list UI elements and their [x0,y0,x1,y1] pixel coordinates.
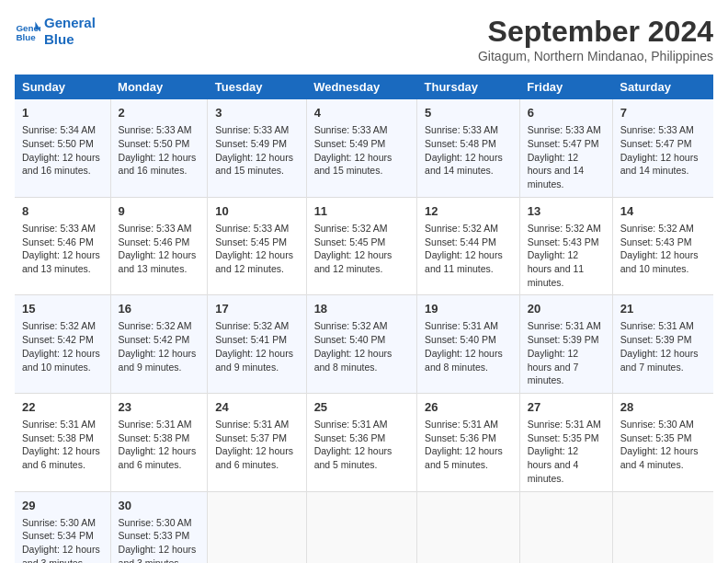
day-number: 23 [119,399,200,416]
col-header-friday: Friday [519,75,612,99]
daylight-label: Daylight: 12 hours and 10 minutes. [22,348,100,373]
sunrise-label: Sunrise: 5:33 AM [119,124,192,135]
col-header-monday: Monday [110,75,208,99]
day-cell: 2Sunrise: 5:33 AMSunset: 5:50 PMDaylight… [110,99,208,197]
day-cell: 12Sunrise: 5:32 AMSunset: 5:44 PMDayligh… [417,197,520,295]
logo-line2: Blue [44,31,96,48]
sunrise-label: Sunrise: 5:31 AM [528,419,601,430]
day-number: 19 [425,301,512,317]
day-number: 2 [119,105,200,121]
daylight-label: Daylight: 12 hours and 9 minutes. [119,348,197,373]
day-number: 25 [314,399,409,416]
day-cell [306,491,416,563]
sunrise-label: Sunrise: 5:32 AM [528,223,601,234]
day-number: 29 [22,498,103,514]
sunset-label: Sunset: 5:33 PM [119,530,190,541]
col-header-wednesday: Wednesday [306,75,416,99]
sunrise-label: Sunrise: 5:33 AM [528,124,601,135]
sunset-label: Sunset: 5:48 PM [425,138,496,149]
sunrise-label: Sunrise: 5:32 AM [620,223,694,234]
day-cell: 15Sunrise: 5:32 AMSunset: 5:42 PMDayligh… [15,295,110,394]
day-number: 13 [528,203,605,220]
sunset-label: Sunset: 5:39 PM [620,334,692,345]
sunset-label: Sunset: 5:39 PM [528,334,599,345]
daylight-label: Daylight: 12 hours and 8 minutes. [425,348,503,373]
daylight-label: Daylight: 12 hours and 14 minutes. [620,152,699,177]
day-number: 14 [620,203,706,220]
logo-icon: General Blue [15,18,40,44]
daylight-label: Daylight: 12 hours and 13 minutes. [22,249,100,274]
calendar-table: SundayMondayTuesdayWednesdayThursdayFrid… [15,75,713,563]
daylight-label: Daylight: 12 hours and 15 minutes. [215,152,293,177]
day-number: 28 [620,399,706,416]
day-cell: 20Sunrise: 5:31 AMSunset: 5:39 PMDayligh… [519,295,612,394]
sunrise-label: Sunrise: 5:32 AM [314,223,388,234]
day-cell: 6Sunrise: 5:33 AMSunset: 5:47 PMDaylight… [519,99,612,197]
sunset-label: Sunset: 5:50 PM [22,138,94,149]
subtitle: Gitagum, Northern Mindanao, Philippines [478,49,713,63]
sunrise-label: Sunrise: 5:31 AM [119,419,192,430]
daylight-label: Daylight: 12 hours and 12 minutes. [215,249,293,274]
sunset-label: Sunset: 5:49 PM [215,138,287,149]
day-number: 4 [314,105,409,121]
sunset-label: Sunset: 5:43 PM [528,236,599,247]
sunset-label: Sunset: 5:45 PM [215,236,287,247]
sunrise-label: Sunrise: 5:33 AM [215,223,289,234]
day-cell: 13Sunrise: 5:32 AMSunset: 5:43 PMDayligh… [519,197,612,295]
sunrise-label: Sunrise: 5:32 AM [119,320,192,331]
daylight-label: Daylight: 12 hours and 6 minutes. [22,445,100,470]
day-number: 11 [314,203,409,220]
col-header-tuesday: Tuesday [208,75,306,99]
sunset-label: Sunset: 5:37 PM [215,432,287,443]
day-cell: 7Sunrise: 5:33 AMSunset: 5:47 PMDaylight… [612,99,713,197]
sunrise-label: Sunrise: 5:33 AM [425,124,498,135]
day-cell [208,491,306,563]
sunset-label: Sunset: 5:46 PM [119,236,190,247]
sunrise-label: Sunrise: 5:33 AM [215,124,289,135]
sunset-label: Sunset: 5:46 PM [22,236,94,247]
sunrise-label: Sunrise: 5:30 AM [620,419,694,430]
sunset-label: Sunset: 5:40 PM [425,334,496,345]
day-cell: 16Sunrise: 5:32 AMSunset: 5:42 PMDayligh… [110,295,208,394]
daylight-label: Daylight: 12 hours and 6 minutes. [215,445,293,470]
sunrise-label: Sunrise: 5:31 AM [215,419,289,430]
sunrise-label: Sunrise: 5:31 AM [528,320,601,331]
daylight-label: Daylight: 12 hours and 16 minutes. [22,152,100,177]
day-cell: 3Sunrise: 5:33 AMSunset: 5:49 PMDaylight… [208,99,306,197]
daylight-label: Daylight: 12 hours and 11 minutes. [528,249,584,287]
daylight-label: Daylight: 12 hours and 13 minutes. [119,249,197,274]
day-number: 30 [119,498,200,514]
week-row-1: 8Sunrise: 5:33 AMSunset: 5:46 PMDaylight… [15,197,713,295]
daylight-label: Daylight: 12 hours and 8 minutes. [314,348,392,373]
sunset-label: Sunset: 5:45 PM [314,236,386,247]
svg-text:Blue: Blue [16,32,36,42]
sunrise-label: Sunrise: 5:32 AM [22,320,96,331]
header-row: SundayMondayTuesdayWednesdayThursdayFrid… [15,75,713,99]
sunset-label: Sunset: 5:42 PM [119,334,190,345]
daylight-label: Daylight: 12 hours and 4 minutes. [620,445,699,470]
sunset-label: Sunset: 5:35 PM [620,432,692,443]
sunset-label: Sunset: 5:42 PM [22,334,94,345]
day-number: 27 [528,399,605,416]
col-header-thursday: Thursday [417,75,520,99]
sunset-label: Sunset: 5:41 PM [215,334,287,345]
week-row-2: 15Sunrise: 5:32 AMSunset: 5:42 PMDayligh… [15,295,713,394]
day-cell: 28Sunrise: 5:30 AMSunset: 5:35 PMDayligh… [612,393,713,491]
day-number: 22 [22,399,103,416]
main-title: September 2024 [478,15,713,49]
sunset-label: Sunset: 5:36 PM [425,432,496,443]
day-cell [417,491,520,563]
week-row-3: 22Sunrise: 5:31 AMSunset: 5:38 PMDayligh… [15,393,713,491]
sunrise-label: Sunrise: 5:33 AM [314,124,388,135]
day-cell: 19Sunrise: 5:31 AMSunset: 5:40 PMDayligh… [417,295,520,394]
sunrise-label: Sunrise: 5:31 AM [314,419,388,430]
day-cell: 5Sunrise: 5:33 AMSunset: 5:48 PMDaylight… [417,99,520,197]
title-area: September 2024 Gitagum, Northern Mindana… [478,15,713,63]
sunrise-label: Sunrise: 5:31 AM [22,419,96,430]
day-number: 17 [215,301,298,317]
daylight-label: Daylight: 12 hours and 4 minutes. [528,445,578,483]
day-number: 15 [22,301,103,317]
sunrise-label: Sunrise: 5:32 AM [425,223,498,234]
sunset-label: Sunset: 5:47 PM [620,138,692,149]
day-number: 1 [22,105,103,121]
